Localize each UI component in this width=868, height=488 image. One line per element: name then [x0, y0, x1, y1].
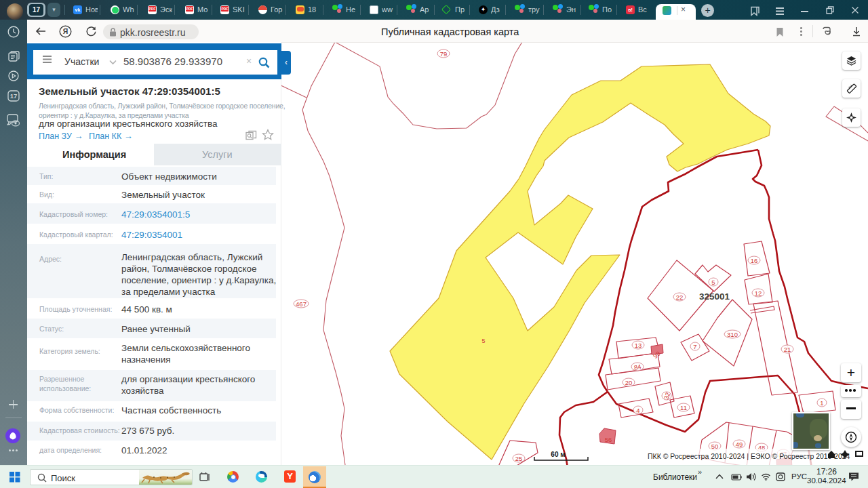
- svg-text:4: 4: [636, 407, 639, 414]
- svg-text:16: 16: [751, 257, 758, 264]
- svg-text:7: 7: [693, 343, 696, 350]
- svg-text:12: 12: [755, 289, 762, 297]
- svg-text:1: 1: [820, 399, 823, 407]
- svg-text:11: 11: [680, 404, 687, 411]
- svg-text:25: 25: [515, 455, 523, 462]
- svg-text:310: 310: [727, 331, 738, 338]
- svg-text:13: 13: [635, 342, 642, 349]
- svg-text:21: 21: [784, 346, 791, 353]
- svg-text:56: 56: [605, 436, 612, 443]
- svg-text:22: 22: [676, 293, 684, 301]
- svg-text:325001: 325001: [699, 291, 730, 302]
- svg-text:5: 5: [711, 279, 715, 286]
- svg-text:20: 20: [625, 379, 633, 386]
- svg-text:32: 32: [662, 391, 671, 401]
- svg-text:Я: Я: [63, 27, 68, 35]
- svg-text:467: 467: [296, 300, 307, 308]
- svg-text:ПКК © Росреестра 2010-2024 | Е: ПКК © Росреестра 2010-2024 | ЕЭКО © Роср…: [648, 452, 850, 460]
- svg-text:17: 17: [10, 92, 18, 100]
- svg-text:79: 79: [440, 50, 448, 58]
- svg-text:49: 49: [736, 441, 743, 448]
- svg-text:84: 84: [633, 363, 642, 371]
- svg-text:5: 5: [481, 338, 485, 344]
- svg-text:60 м: 60 м: [551, 451, 565, 458]
